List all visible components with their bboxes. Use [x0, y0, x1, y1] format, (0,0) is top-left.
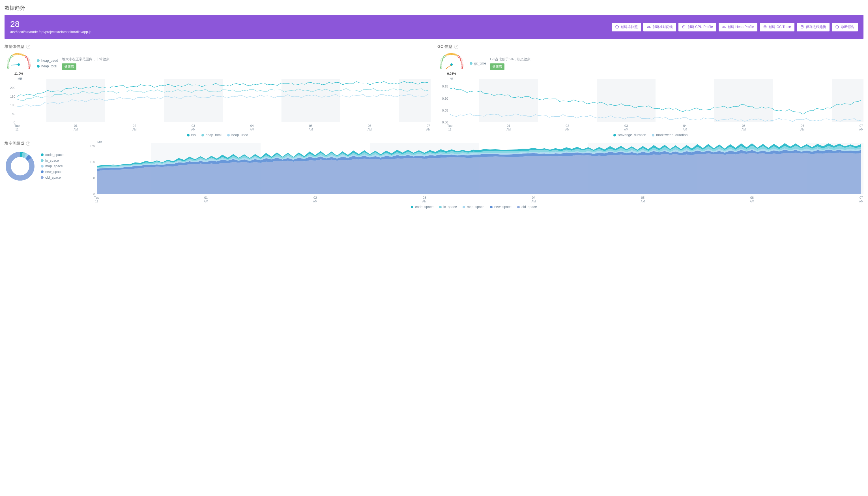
space-donut-chart [4, 151, 36, 182]
svg-text:AM: AM [624, 128, 628, 131]
svg-text:AM: AM [641, 200, 645, 203]
svg-rect-117 [714, 79, 773, 122]
svg-line-24 [16, 53, 17, 55]
help-icon[interactable]: ? [454, 45, 458, 49]
svg-line-40 [28, 62, 30, 63]
svg-line-94 [452, 53, 453, 55]
svg-line-113 [461, 68, 463, 69]
create-heap-profile-button[interactable]: 创建 Heap Profile [719, 22, 757, 31]
svg-text:50: 50 [12, 112, 15, 115]
svg-line-97 [455, 53, 456, 56]
svg-line-14 [8, 60, 10, 61]
diagnosis-report-button[interactable]: 诊断报告 [832, 22, 858, 31]
svg-line-91 [449, 53, 450, 55]
svg-text:11: 11 [15, 128, 19, 131]
hero-actions: 创建堆快照 创建堆时间线 创建 CPU Profile 创建 Heap Prof… [612, 22, 858, 31]
svg-line-82 [441, 59, 443, 60]
process-path: /usr/local/bin/node /opt/projects/relamo… [10, 30, 91, 34]
gc-chart-legend: scavange_duration marksweep_duration [437, 133, 864, 137]
heap-status-text: 堆大小在正常范围内，非常健康 [62, 57, 110, 62]
svg-rect-4 [801, 26, 803, 28]
svg-text:Tue: Tue [14, 124, 20, 127]
svg-text:03: 03 [192, 124, 195, 127]
create-cpu-profile-button[interactable]: 创建 CPU Profile [678, 22, 716, 31]
svg-text:0: 0 [93, 192, 95, 196]
svg-line-30 [22, 53, 23, 56]
timeline-icon [647, 25, 651, 29]
svg-text:AM: AM [132, 128, 136, 131]
svg-line-73 [440, 68, 443, 69]
heap-gauge-value: 11.0% [14, 72, 23, 75]
svg-rect-115 [479, 79, 538, 122]
page-title: 数据趋势 [4, 4, 864, 11]
svg-text:05: 05 [641, 196, 644, 199]
svg-line-11 [7, 63, 9, 63]
svg-line-13 [7, 61, 10, 62]
svg-text:AM: AM [859, 200, 864, 203]
svg-line-21 [13, 54, 14, 56]
space-donut-legend: code_space lo_space map_space new_space … [41, 153, 64, 180]
svg-text:0.15: 0.15 [442, 84, 448, 88]
svg-text:06: 06 [750, 196, 754, 199]
svg-line-112 [461, 67, 463, 68]
svg-text:01: 01 [507, 124, 510, 127]
svg-line-92 [450, 53, 451, 55]
save-process-trend-button[interactable]: 保存进程趋势 [797, 22, 830, 31]
svg-text:0.00: 0.00 [442, 121, 448, 124]
space-panel-title: 堆空间组成 [4, 141, 24, 146]
create-gc-trace-button[interactable]: 创建 GC Trace [760, 22, 794, 31]
svg-text:0.05: 0.05 [442, 109, 448, 112]
svg-text:Tue: Tue [94, 196, 100, 199]
svg-text:0.10: 0.10 [442, 97, 448, 100]
svg-line-41 [28, 63, 31, 63]
svg-text:02: 02 [565, 124, 569, 127]
heap-gauge: .gauge .needle::after{background:#1eb6c7… [4, 51, 33, 76]
gc-status-text: GC占比低于5%，状态健康 [490, 57, 530, 62]
create-heap-snapshot-button[interactable]: 创建堆快照 [612, 22, 641, 31]
svg-text:150: 150 [90, 144, 95, 148]
svg-text:AM: AM [741, 128, 746, 131]
svg-text:AM: AM [532, 200, 536, 203]
gc-panel: GC 信息 ? 0.08% gc_time GC占比低于5%，状态健康 健康态 [437, 44, 864, 137]
svg-text:06: 06 [801, 124, 804, 127]
svg-line-46 [28, 68, 30, 69]
hero-banner: 28 /usr/local/bin/node /opt/projects/rel… [4, 15, 864, 39]
svg-text:AM: AM [309, 128, 313, 131]
svg-text:AM: AM [427, 128, 431, 131]
heap-panel: 堆整体信息 ? .gauge .needle::after{background… [4, 44, 431, 137]
svg-text:Tue: Tue [447, 124, 453, 127]
space-chart-unit: MB [97, 140, 102, 144]
svg-text:05: 05 [309, 124, 312, 127]
target-icon [763, 25, 767, 29]
help-icon[interactable]: ? [26, 142, 30, 146]
svg-line-89 [447, 53, 448, 56]
svg-rect-50 [282, 79, 340, 122]
svg-line-81 [441, 60, 443, 61]
svg-text:AM: AM [750, 200, 754, 203]
svg-line-80 [440, 61, 443, 62]
svg-rect-51 [399, 79, 431, 122]
svg-line-108 [461, 63, 463, 63]
svg-text:AM: AM [74, 128, 78, 131]
create-heap-timeline-button[interactable]: 创建堆时间线 [643, 22, 676, 31]
svg-text:07: 07 [859, 124, 863, 127]
heap-gauge-legend: heap_used heap_total [37, 59, 58, 68]
svg-text:200: 200 [10, 86, 15, 90]
svg-text:06: 06 [368, 124, 371, 127]
gc-gauge: 0.08% [437, 51, 466, 76]
svg-text:05: 05 [742, 124, 745, 127]
heap-icon [722, 25, 726, 29]
svg-text:0: 0 [14, 121, 15, 124]
svg-text:AM: AM [683, 128, 687, 131]
help-icon[interactable]: ? [26, 45, 30, 49]
svg-text:03: 03 [624, 124, 628, 127]
svg-text:02: 02 [133, 124, 136, 127]
save-icon [800, 25, 804, 29]
gc-panel-title: GC 信息 [437, 44, 452, 49]
svg-line-74 [440, 67, 442, 68]
svg-text:AM: AM [565, 128, 569, 131]
svg-line-98 [456, 54, 457, 56]
svg-text:50: 50 [92, 176, 95, 180]
svg-text:AM: AM [422, 200, 427, 203]
svg-text:04: 04 [532, 196, 535, 199]
